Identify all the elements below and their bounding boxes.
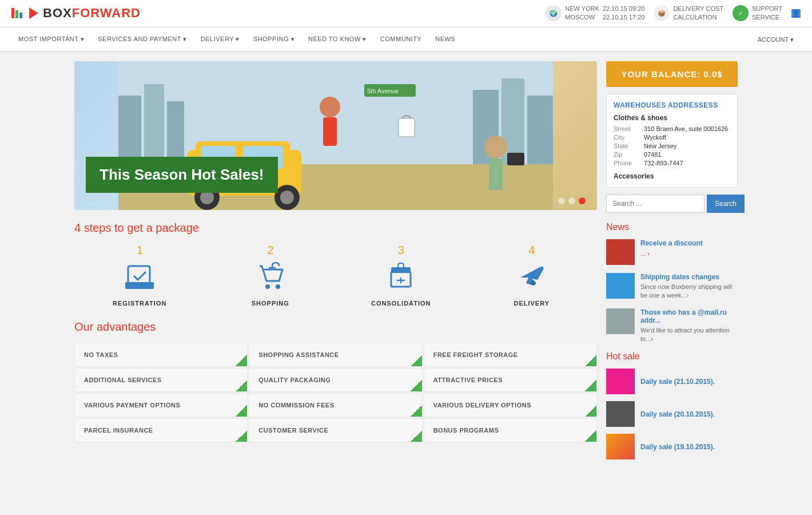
step-consolidation: 3 CONSOLIDATION <box>336 244 467 307</box>
steps-title: 4 steps to get a package <box>74 221 597 235</box>
svg-point-27 <box>276 284 280 289</box>
advantage-attractive-prices: ATTRACTIVE PRICES <box>424 368 597 392</box>
news-thumb-1 <box>606 239 635 265</box>
nav-item-most-important[interactable]: MOST IMPORTANT ▾ <box>11 27 91 51</box>
nav-item-shopping[interactable]: SHOPPING ▾ <box>246 27 301 51</box>
state-row: State New Jersey <box>614 142 730 149</box>
step-delivery: 4 DELIVERY <box>467 244 598 307</box>
sale-content-1: Daily sale (21.10.2015). <box>640 377 715 386</box>
steps-list: 1 REGISTRATION 2 <box>74 244 597 307</box>
news-thumb-2 <box>606 273 635 299</box>
globe-icon: 🌍 <box>546 5 562 21</box>
time2: 22.10.15 17:20 <box>603 13 644 22</box>
nav-item-news[interactable]: NEWS <box>428 27 462 51</box>
advantage-bonus-programs: BONUS PROGRAMS <box>424 418 597 442</box>
news-link-2[interactable]: Shipping dates changes <box>640 273 738 281</box>
step-label-2: SHOPPING <box>252 300 289 307</box>
svg-point-18 <box>320 97 340 117</box>
advantages-grid: NO TAXES SHOPPING ASSISTANCE FREE FREIGH… <box>74 343 597 442</box>
svg-point-20 <box>484 136 507 159</box>
svg-point-26 <box>265 284 270 289</box>
step-num-4: 4 <box>528 244 535 257</box>
sale-item-3: Daily sale (19.10.2015). <box>606 434 738 459</box>
clothes-category: Clothes & shoes <box>614 114 730 122</box>
nav-item-delivery[interactable]: DELIVERY ▾ <box>194 27 246 51</box>
nav-list: MOST IMPORTANT ▾ SERVICES AND PAYMENT ▾ … <box>11 27 462 51</box>
phone-value: 732-893-7447 <box>644 160 683 167</box>
user-avatar-icon[interactable]: 👤 <box>791 9 801 18</box>
logo-text: BOXFORWARD <box>43 6 141 21</box>
search-button[interactable]: Search <box>707 195 745 213</box>
zip-label: Zip <box>614 151 639 158</box>
service-label: SERVICE <box>752 13 782 22</box>
hotsale-title: Hot sale <box>606 351 738 362</box>
support-info[interactable]: ✓ SUPPORT SERVICE <box>733 5 782 22</box>
svg-text:5th Avenue: 5th Avenue <box>367 88 399 94</box>
sale-thumb-3 <box>606 434 635 459</box>
zip-row: Zip 07481 <box>614 151 730 158</box>
step-label-1: REGISTRATION <box>113 300 166 307</box>
state-value: New Jersey <box>644 142 676 149</box>
advantage-additional-services: ADDITIONAL SERVICES <box>74 368 248 392</box>
phone-row: Phone 732-893-7447 <box>614 160 730 167</box>
news-link-3[interactable]: Those who has a @mail.ru addr... <box>640 308 738 324</box>
nav-item-community[interactable]: COMMUNITY <box>373 27 428 51</box>
search-bar: Search <box>606 195 738 213</box>
svg-rect-29 <box>391 267 411 273</box>
sidebar: YOUR BALANCE: 0.0$ WAREHOUSES ADDRESSESS… <box>606 61 738 467</box>
svg-point-15 <box>280 191 294 204</box>
news-link-1[interactable]: Receive a discount <box>640 239 703 247</box>
news-more-1[interactable]: ... › <box>640 250 650 257</box>
sale-thumb-2 <box>606 401 635 427</box>
banner-dot-2[interactable] <box>568 197 575 204</box>
nav-item-need-to-know[interactable]: NEED TO KNOW ▾ <box>301 27 373 51</box>
nav-item-services[interactable]: SERVICES AND PAYMENT ▾ <box>91 27 194 51</box>
advantage-no-commission: NO COMMISSION FEES <box>249 393 422 417</box>
news-desc-2: Since now Boxberry shipping will be one … <box>640 283 738 300</box>
advantage-shopping-assistance: SHOPPING ASSISTANCE <box>249 343 422 367</box>
city-value: Wyckoff <box>644 134 666 141</box>
street-label: Street <box>614 125 639 132</box>
step-num-3: 3 <box>398 244 404 257</box>
advantage-parcel-insurance: PARCEL INSURANCE <box>74 418 248 442</box>
step-label-4: DELIVERY <box>514 300 550 307</box>
banner-dot-1[interactable] <box>558 197 565 204</box>
news-item-1: Receive a discount ... › <box>606 239 738 265</box>
sale-link-2[interactable]: Daily sale (20.10.2015). <box>640 410 715 418</box>
news-title: News <box>606 222 738 232</box>
sale-link-3[interactable]: Daily sale (19.10.2015). <box>640 443 715 451</box>
step-num-2: 2 <box>267 244 273 257</box>
accessories-label: Accessories <box>614 172 730 180</box>
support-label: SUPPORT <box>752 5 782 13</box>
delivery-cost-info[interactable]: 📦 DELIVERY COST CALCULATION <box>654 5 723 22</box>
calculation-label: CALCULATION <box>673 13 723 22</box>
clothes-address-section: Clothes & shoes Street 310 Braen Ave, su… <box>614 114 730 167</box>
advantages-section: Our advantages NO TAXES SHOPPING ASSISTA… <box>74 320 597 442</box>
hero-banner: 5th Avenue This Season Hot Sales! <box>74 61 597 210</box>
banner-dot-3[interactable] <box>579 197 586 204</box>
street-value: 310 Braen Ave, suite 0001626 <box>644 125 728 132</box>
news-content-2: Shipping dates changes Since now Boxberr… <box>640 273 738 300</box>
phone-label: Phone <box>614 160 639 167</box>
time1: 22.10.15 09:20 <box>603 5 644 13</box>
logo[interactable]: BOXFORWARD <box>11 6 141 21</box>
hot-sale-section: Hot sale Daily sale (21.10.2015). Daily … <box>606 351 738 459</box>
balance-display[interactable]: YOUR BALANCE: 0.0$ <box>606 61 738 87</box>
addresses-title: WAREHOUSES ADDRESSESS <box>614 101 730 109</box>
step-shopping: 2 SHOPPING <box>205 244 336 307</box>
svg-rect-21 <box>489 159 503 190</box>
state-label: State <box>614 142 639 149</box>
sale-item-2: Daily sale (20.10.2015). <box>606 401 738 427</box>
news-section: News Receive a discount ... › Shipping d… <box>606 222 738 344</box>
nav-account[interactable]: ACCOUNT ▾ <box>751 35 801 43</box>
banner-dots[interactable] <box>558 197 586 204</box>
logo-play-icon <box>29 7 38 19</box>
news-thumb-3 <box>606 308 635 334</box>
sale-link-1[interactable]: Daily sale (21.10.2015). <box>640 378 715 386</box>
street-row: Street 310 Braen Ave, suite 0001626 <box>614 125 730 132</box>
sale-item-1: Daily sale (21.10.2015). <box>606 369 738 394</box>
banner-text-overlay: This Season Hot Sales! <box>86 157 278 193</box>
advantages-title: Our advantages <box>74 320 597 334</box>
search-input[interactable] <box>606 195 704 213</box>
svg-rect-19 <box>323 117 337 146</box>
